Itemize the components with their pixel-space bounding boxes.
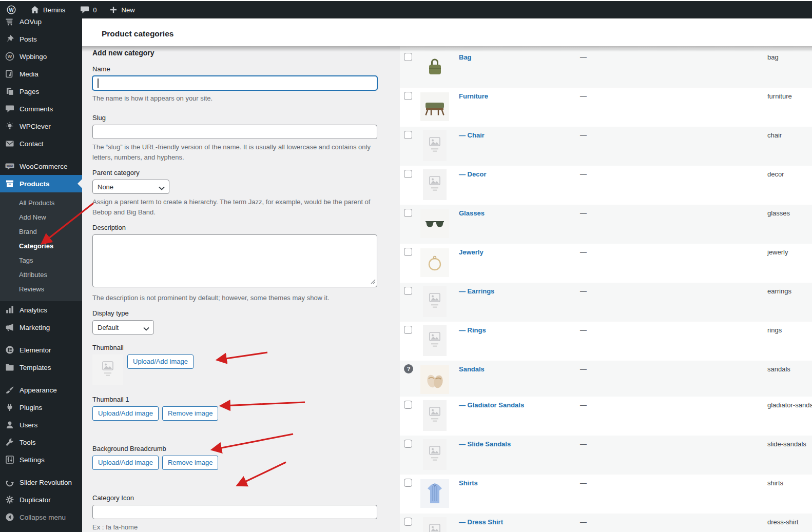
sidebar-item-posts[interactable]: Posts (0, 30, 82, 48)
category-name-link[interactable]: — Rings (459, 326, 580, 334)
table-row-decor: — Decor—decor (400, 166, 812, 205)
category-thumbnail-placeholder (419, 286, 459, 319)
category-thumbnail-bag (419, 52, 459, 85)
breadcrumb-remove-button[interactable]: Remove image (162, 456, 218, 470)
comment-icon (5, 104, 15, 114)
submenu-item-brand[interactable]: Brand (0, 225, 82, 239)
category-name-link[interactable]: Sandals (459, 365, 580, 373)
site-name-menu[interactable]: Bemins (27, 1, 68, 18)
table-row-bag: Bag—bag (400, 49, 812, 88)
category-name-link[interactable]: Furniture (459, 92, 580, 100)
category-name-link[interactable]: — Gladiator Sandals (459, 401, 580, 409)
table-row-rings: — Rings—rings (400, 322, 812, 361)
parent-category-help: Assign a parent term to create a hierarc… (92, 197, 380, 218)
sidebar-item-appearance[interactable]: Appearance (0, 381, 82, 399)
wordpress-logo-icon[interactable]: W (3, 1, 20, 18)
submenu-item-attributes[interactable]: Attributes (0, 268, 82, 282)
media-icon (5, 69, 15, 79)
sidebar-item-contact[interactable]: Contact (0, 135, 82, 152)
breadcrumb-upload-button[interactable]: Upload/Add image (92, 456, 159, 470)
slug-input[interactable] (92, 125, 377, 139)
category-description: — (580, 287, 767, 295)
sidebar-item-analytics[interactable]: Analytics (0, 301, 82, 319)
box-icon (5, 179, 15, 189)
top-edge-sliver (0, 0, 812, 1)
submenu-item-all-products[interactable]: All Products (0, 196, 82, 210)
sidebar-item-marketing[interactable]: Marketing (0, 319, 82, 336)
sidebar-item-pages[interactable]: Pages (0, 83, 82, 100)
table-row-dress-shirt: — Dress Shirt—dress-shirt (400, 514, 812, 532)
row-checkbox[interactable] (404, 170, 412, 178)
category-description: — (580, 92, 767, 100)
sidebar-item-elementor[interactable]: Elementor (0, 341, 82, 359)
category-name-link[interactable]: Jewerly (459, 248, 580, 256)
submenu-item-add-new[interactable]: Add New (0, 210, 82, 225)
row-checkbox[interactable] (404, 53, 412, 61)
sidebar-item-label: Media (20, 70, 38, 78)
sidebar-item-settings[interactable]: Settings (0, 451, 82, 468)
row-checkbox[interactable] (404, 131, 412, 139)
sidebar-item-collapse-menu[interactable]: Collapse menu (0, 508, 82, 526)
category-name-link[interactable]: — Earrings (459, 287, 580, 295)
elementor-icon (5, 345, 15, 355)
wbadge-icon: W (5, 51, 15, 62)
table-row-shirts: Shirts—shirts (400, 475, 812, 514)
category-slug: chair (767, 131, 812, 139)
category-description: — (580, 326, 767, 334)
sidebar-item-wpclever[interactable]: WPClever (0, 117, 82, 135)
sidebar-item-products[interactable]: Products (0, 175, 82, 192)
row-checkbox[interactable] (404, 401, 412, 409)
resize-grip-icon[interactable] (371, 278, 376, 286)
description-textarea[interactable] (92, 234, 377, 287)
sidebar-item-wpbingo[interactable]: WWpbingo (0, 48, 82, 65)
category-name-link[interactable]: Glasses (459, 209, 580, 217)
row-checkbox[interactable] (404, 287, 412, 295)
row-checkbox[interactable] (404, 326, 412, 334)
category-name-link[interactable]: — Slide Sandals (459, 440, 580, 448)
row-checkbox[interactable] (404, 440, 412, 448)
name-input[interactable] (92, 76, 377, 90)
submenu-item-reviews[interactable]: Reviews (0, 282, 82, 297)
display-type-label: Display type (92, 309, 377, 317)
sidebar-item-comments[interactable]: Comments (0, 100, 82, 117)
help-question-icon[interactable]: ? (404, 364, 413, 373)
category-name-link[interactable]: — Dress Shirt (459, 518, 580, 526)
category-name-link[interactable]: Bag (459, 53, 580, 61)
row-checkbox[interactable] (404, 92, 412, 100)
category-name-link[interactable]: Shirts (459, 479, 580, 487)
svg-text:W: W (8, 54, 12, 59)
row-checkbox[interactable] (404, 479, 412, 487)
category-description: — (580, 53, 767, 61)
chart-icon (5, 305, 15, 315)
submenu-item-tags[interactable]: Tags (0, 253, 82, 268)
sidebar-item-label: Tools (20, 439, 36, 446)
sidebar-item-slider-revolution[interactable]: Slider Revolution (0, 474, 82, 491)
category-icon-input[interactable] (92, 505, 377, 519)
sidebar-item-duplicator[interactable]: Duplicator (0, 491, 82, 508)
category-thumbnail-placeholder (419, 130, 459, 163)
sidebar-item-label: Elementor (20, 346, 51, 354)
row-checkbox[interactable] (404, 518, 412, 526)
display-type-select[interactable]: Default (92, 320, 154, 334)
home-icon (30, 5, 40, 15)
comments-menu[interactable]: 0 (76, 1, 100, 18)
sidebar-item-tools[interactable]: Tools (0, 434, 82, 451)
sidebar-item-label: Settings (20, 456, 45, 464)
submenu-item-categories[interactable]: Categories (0, 239, 82, 253)
row-checkbox[interactable] (404, 209, 412, 217)
sidebar-item-plugins[interactable]: Plugins (0, 399, 82, 416)
thumbnail1-upload-button[interactable]: Upload/Add image (92, 406, 159, 421)
pin-icon (5, 34, 15, 44)
thumbnail1-remove-button[interactable]: Remove image (162, 406, 218, 421)
sidebar-item-templates[interactable]: Templates (0, 359, 82, 376)
category-icon-help: Ex : fa fa-home (92, 522, 377, 532)
category-name-link[interactable]: — Decor (459, 170, 580, 178)
sidebar-item-media[interactable]: Media (0, 65, 82, 83)
sidebar-item-users[interactable]: Users (0, 416, 82, 434)
thumbnail-upload-button[interactable]: Upload/Add image (127, 354, 194, 369)
category-name-link[interactable]: — Chair (459, 131, 580, 139)
parent-category-select[interactable]: None (92, 180, 169, 194)
row-checkbox[interactable] (404, 248, 412, 256)
sidebar-item-woocommerce[interactable]: WOOWooCommerce (0, 157, 82, 175)
new-content-menu[interactable]: New (105, 1, 138, 18)
